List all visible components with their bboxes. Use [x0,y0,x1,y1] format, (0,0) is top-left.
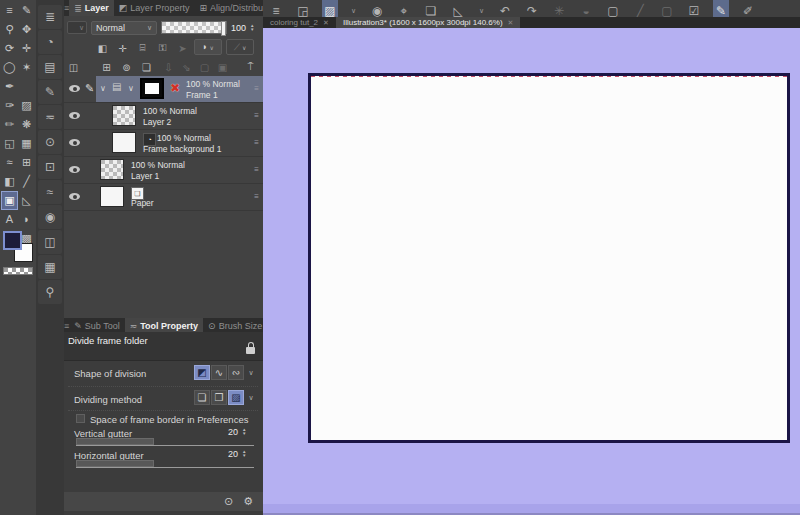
command-bar-button[interactable]: ∨ [349,0,358,17]
vertical-gutter-value[interactable]: 20 [228,427,238,437]
tool-button[interactable]: ✶ [18,58,35,77]
panel-toggle-button[interactable]: ◉ [38,205,62,229]
visibility-eye-icon[interactable] [69,166,80,173]
panel-toggle-button[interactable]: ▦ [38,255,62,279]
layer-row-frame-background-1[interactable]: ◔ 100 % Normal Frame background 1 ≡ [64,130,263,157]
doc-tab-illustration3[interactable]: Illustration3* (1600 x 1600px 300dpi 140… [336,17,521,28]
new-layer-folder-icon[interactable]: ❏ [138,59,155,75]
command-bar-button[interactable]: ≡ [268,0,284,17]
vertical-gutter-stepper[interactable]: ▲▼ [242,428,246,436]
panel-toggle-button[interactable]: ≈ [38,180,62,204]
visibility-eye-icon[interactable] [69,193,80,200]
panel-toggle-button[interactable]: ✎ [38,80,62,104]
row-menu-icon[interactable]: ≡ [254,165,259,174]
close-icon[interactable]: ✕ [323,19,329,27]
tool-button[interactable]: ✥ [18,20,35,39]
command-bar-button[interactable]: ✳ [551,0,567,17]
horizontal-gutter-value[interactable]: 20 [228,449,238,459]
new-raster-layer-icon[interactable]: ⊞ [98,59,115,75]
dividing-method-tile[interactable]: ❐ [211,390,227,405]
shape-division-tile[interactable]: ∾ [228,365,244,380]
row-menu-icon[interactable]: ≡ [254,84,259,93]
canvas-viewport[interactable] [263,28,800,515]
tool-button[interactable]: ⊞ [18,153,35,172]
visibility-eye-icon[interactable] [69,139,80,146]
row-menu-icon[interactable]: ≡ [254,138,259,147]
dividing-method-tile[interactable]: ▨ [228,390,244,405]
tool-button[interactable]: ❋ [18,115,35,134]
panel-toggle-button[interactable]: ◫ [38,230,62,254]
close-icon[interactable]: ✕ [508,19,514,27]
lock-icon[interactable] [246,347,255,354]
command-bar-button[interactable]: ◲ [295,0,311,17]
layer-row-layer-1[interactable]: 100 % Normal Layer 1 ≡ [64,157,263,184]
tool-button[interactable]: ▦ [18,134,35,153]
command-bar-button[interactable]: ✎ [713,0,729,17]
command-bar-button[interactable]: ◒ [578,0,594,17]
panel-collapse-icon[interactable]: ◫ [65,59,82,75]
tool-button[interactable]: ✏ [1,115,18,134]
folder-open-chevron[interactable]: ∨ [100,84,106,93]
dividing-method-tile[interactable]: ❏ [194,390,210,405]
command-bar-button[interactable]: ◺ [450,0,466,17]
dividing-method-tile[interactable]: ∨ [245,390,257,405]
clip-to-layer-below-icon[interactable]: ◧ [94,40,111,56]
tool-button[interactable]: ▨ [18,96,35,115]
ruler-dropdown-button[interactable]: ⟋∨ [226,39,254,55]
tool-button[interactable]: A [1,210,18,229]
select-source-button[interactable]: ◗∨ [194,39,222,55]
visibility-eye-icon[interactable] [69,85,80,92]
tool-button[interactable]: ⚲ [1,20,18,39]
layer-thumbnail[interactable] [112,132,136,153]
draft-layer-icon[interactable]: ➤ [174,40,191,56]
layer-mask-icon[interactable]: ▢ [196,59,213,75]
new-vector-layer-icon[interactable]: ⊚ [118,59,135,75]
horizontal-gutter-slider[interactable] [76,460,254,468]
slider-fill[interactable] [76,438,154,445]
tool-button[interactable]: ◱ [1,134,18,153]
doc-tab-coloring-tut-2[interactable]: coloring tut_2 ✕ [263,17,336,28]
panel-toggle-button[interactable]: ▤ [38,55,62,79]
layer-row-paper[interactable]: ❏ Paper ≡ [64,184,263,211]
tool-button[interactable]: ◺ [18,191,35,210]
opacity-slider-handle[interactable] [221,21,226,36]
tab-layer-property[interactable]: ◩ Layer Property [114,0,195,16]
opacity-slider[interactable] [161,21,227,34]
command-bar-button[interactable]: ∨ [477,0,486,17]
reset-defaults-icon[interactable]: ⊙ [224,495,233,508]
command-bar-button[interactable]: ▢ [659,0,675,17]
layer-thumbnail[interactable] [112,105,136,126]
tab-layer[interactable]: ≣ Layer [69,0,114,16]
tool-button[interactable]: ◧ [1,172,18,191]
wrench-settings-icon[interactable]: ⚙ [243,495,253,508]
visibility-eye-icon[interactable] [69,112,80,119]
command-bar-button[interactable]: ╱ [632,0,648,17]
layer-thumbnail[interactable] [100,159,124,180]
vertical-gutter-slider[interactable] [76,438,254,446]
foreground-color-swatch[interactable] [3,231,22,250]
transfer-down-icon[interactable]: ⇩ [160,59,177,75]
row-menu-icon[interactable]: ≡ [254,192,259,201]
tool-button[interactable]: ≈ [1,153,18,172]
tool-button[interactable]: ⟳ [1,39,18,58]
apply-mask-icon[interactable]: ▣ [214,59,231,75]
opacity-stepper[interactable]: ▲▼ [250,24,254,32]
command-bar-button[interactable]: ◉ [369,0,385,17]
panel-toggle-button[interactable]: ≂ [38,105,62,129]
tool-button[interactable]: ✎ [18,1,35,20]
frame-border-space-checkbox[interactable] [76,414,85,423]
lock-layer-icon[interactable]: ⚿ [154,40,171,56]
panel-toggle-button[interactable]: ⊡ [38,155,62,179]
blend-mode-dropdown[interactable]: Normal ∨ [91,21,157,35]
layer-thumbnail[interactable] [100,186,124,207]
tool-button[interactable]: ◯ [1,58,18,77]
row-menu-icon[interactable]: ≡ [254,111,259,120]
panel-toggle-button[interactable]: ◔ [38,30,62,54]
horizontal-gutter-stepper[interactable]: ▲▼ [242,450,246,458]
transparent-color-swatch[interactable] [3,267,33,275]
tool-button[interactable]: ╱ [18,172,35,191]
command-bar-button[interactable]: ↷ [524,0,540,17]
tool-button[interactable] [18,77,35,96]
lock-transparent-pixels-icon[interactable]: ✛ [114,40,131,56]
tool-button[interactable]: ✒ [1,77,18,96]
